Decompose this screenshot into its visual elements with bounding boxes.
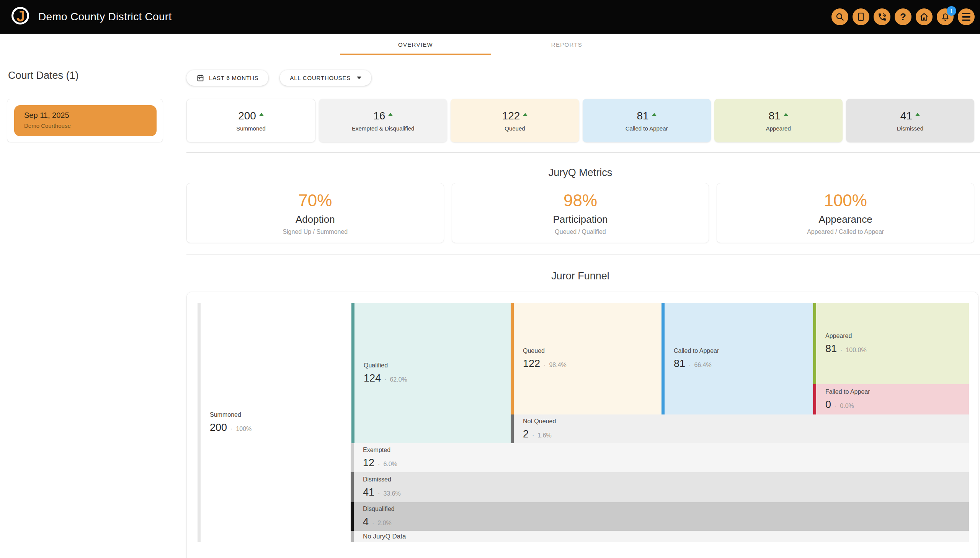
segment-label: Exempted [363, 446, 969, 453]
separator-dot: · [378, 461, 380, 468]
juryq-logo: J [11, 7, 31, 27]
filter-bar: LAST 6 MONTHS ALL COURTHOUSES [186, 70, 371, 86]
funnel-segment-summoned: Summoned 200·100% [197, 303, 351, 542]
metric-card-appearance: 100% Appearance Appeared / Called to App… [717, 183, 974, 243]
separator-dot: · [532, 432, 534, 439]
separator-dot: · [230, 425, 232, 432]
metric-sublabel: Appeared / Called to Appear [807, 228, 884, 235]
segment-percent: 100.0% [845, 347, 866, 354]
stat-value: 81 [637, 110, 649, 122]
stat-value: 200 [238, 110, 256, 122]
trend-up-icon [784, 113, 788, 116]
app-bar-actions: ? 1 [831, 8, 975, 25]
device-button[interactable] [852, 8, 869, 25]
trend-up-icon [652, 113, 657, 116]
date-range-filter-button[interactable]: LAST 6 MONTHS [186, 70, 268, 86]
separator-dot: · [840, 347, 842, 354]
separator-dot: · [689, 362, 691, 369]
segment-label: Summoned [210, 412, 351, 419]
segment-label: Failed to Appear [825, 389, 969, 396]
trend-up-icon [259, 113, 264, 116]
page: J Demo County District Court [0, 0, 980, 558]
home-button[interactable] [916, 8, 932, 25]
separator-dot: · [372, 520, 374, 527]
funnel-segment-qualified: Qualified 124·62.0% [351, 303, 511, 443]
search-button[interactable] [831, 8, 848, 25]
courthouse-filter-label: ALL COURTHOUSES [290, 75, 351, 81]
stat-card-summoned: 200 Summoned [186, 99, 315, 142]
help-icon: ? [900, 12, 906, 22]
segment-label: Not Queued [523, 418, 969, 425]
juror-funnel-chart: Summoned 200·100% Qualified 124·62.0% Qu… [186, 292, 978, 558]
courthouse-filter-button[interactable]: ALL COURTHOUSES [280, 70, 371, 86]
trend-up-icon [388, 113, 393, 116]
app-title: Demo County District Court [38, 11, 172, 23]
metric-card-adoption: 70% Adoption Signed Up / Summoned [186, 183, 444, 243]
help-button[interactable]: ? [895, 8, 911, 25]
menu-button[interactable] [958, 8, 975, 25]
court-date-item[interactable]: Sep 11, 2025 Demo Courthouse [14, 105, 157, 136]
stat-label: Summoned [236, 125, 266, 132]
separator-dot: · [834, 403, 836, 410]
segment-value: 0 [825, 399, 831, 411]
court-dates-heading: Court Dates (1) [8, 70, 79, 82]
funnel-segment-failed-to-appear: Failed to Appear 0·0.0% [813, 384, 969, 415]
tab-bar: OVERVIEW REPORTS [0, 34, 980, 55]
funnel-segment-no-juryq-data: No JuryQ Data [351, 531, 969, 542]
stat-value: 41 [900, 110, 912, 122]
court-date-label: Sep 11, 2025 [24, 111, 157, 120]
metric-value: 70% [298, 191, 332, 210]
tab-overview[interactable]: OVERVIEW [340, 34, 491, 55]
metric-label: Participation [553, 213, 607, 225]
section-divider [186, 254, 980, 255]
metrics-row: 70% Adoption Signed Up / Summoned 98% Pa… [186, 183, 974, 243]
phone-in-talk-icon [877, 12, 887, 22]
segment-label: Dismissed [363, 476, 969, 483]
courthouse-label: Demo Courthouse [24, 123, 157, 129]
metric-value: 100% [824, 191, 867, 210]
segment-label: Appeared [825, 333, 969, 340]
segment-label: Disqualified [363, 505, 969, 512]
tab-reports[interactable]: REPORTS [491, 34, 642, 55]
segment-percent: 98.4% [549, 362, 566, 369]
metric-sublabel: Signed Up / Summoned [282, 228, 348, 235]
segment-value: 81 [825, 343, 837, 355]
separator-dot: · [384, 376, 386, 383]
trend-up-icon [915, 113, 920, 116]
metrics-section-title: JuryQ Metrics [186, 167, 974, 179]
app-bar: J Demo County District Court [0, 0, 980, 34]
call-button[interactable] [873, 8, 890, 25]
stat-value: 81 [769, 110, 781, 122]
funnel-segment-disqualified: Disqualified 4·2.0% [351, 502, 969, 531]
court-dates-panel: Sep 11, 2025 Demo Courthouse [7, 99, 163, 142]
stat-label: Dismissed [897, 125, 923, 132]
funnel-segment-exempted: Exempted 12·6.0% [351, 443, 969, 472]
segment-label: Qualified [364, 362, 511, 369]
segment-value: 4 [363, 516, 369, 528]
stat-label: Appeared [766, 125, 791, 132]
metric-card-participation: 98% Participation Queued / Qualified [452, 183, 709, 243]
segment-label: No JuryQ Data [363, 533, 969, 540]
metric-sublabel: Queued / Qualified [555, 228, 606, 235]
segment-percent: 62.0% [390, 376, 407, 383]
notifications-button[interactable]: 1 [937, 8, 954, 25]
hamburger-menu-icon [962, 13, 970, 21]
segment-value: 41 [363, 486, 374, 498]
metric-label: Appearance [819, 213, 872, 225]
section-divider [186, 152, 980, 153]
logo-letter: J [16, 8, 25, 25]
segment-percent: 1.6% [537, 432, 551, 439]
stat-value: 122 [502, 110, 520, 122]
segment-value: 122 [523, 358, 540, 370]
trend-up-icon [523, 113, 527, 116]
stat-value: 16 [373, 110, 385, 122]
segment-percent: 6.0% [383, 461, 397, 468]
stat-card-called-to-appear: 81 Called to Appear [583, 99, 711, 142]
calendar-icon [196, 74, 204, 82]
stat-card-exempted-disqualified: 16 Exempted & Disqualified [319, 99, 447, 142]
segment-percent: 0.0% [840, 403, 854, 410]
stat-card-row: 200 Summoned 16 Exempted & Disqualified … [186, 99, 974, 142]
segment-label: Queued [523, 348, 662, 354]
segment-value: 81 [674, 358, 685, 370]
funnel-segment-dismissed: Dismissed 41·33.6% [351, 472, 969, 502]
